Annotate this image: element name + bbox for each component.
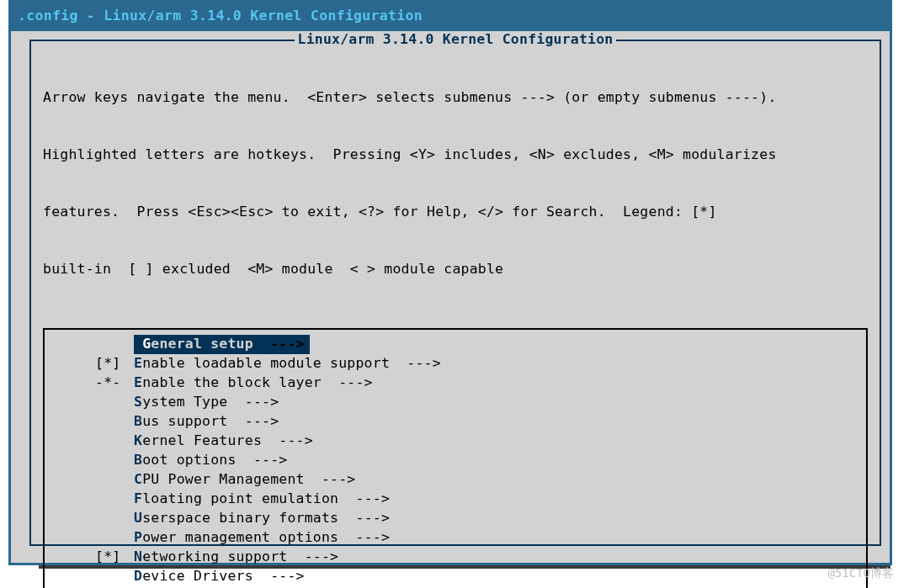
help-line: Arrow keys navigate the menu. <Enter> se…: [43, 88, 868, 108]
menu-item-mark: [95, 470, 134, 490]
menu-item-mark: [95, 567, 134, 586]
menu-item-mark: [95, 412, 134, 432]
dialog-help-text: Arrow keys navigate the menu. <Enter> se…: [31, 41, 880, 321]
watermark: @51CTO博客: [827, 565, 894, 581]
terminal-window: .config - Linux/arm 3.14.0 Kernel Config…: [8, 0, 892, 565]
menu-item-label: CPU Power Management: [134, 470, 305, 490]
menu-item-text: loating point emulation: [142, 490, 338, 506]
menu-item-label: Boot options: [134, 451, 237, 470]
submenu-arrow-icon: --->: [338, 509, 390, 528]
menu-item-text: ower management options: [142, 529, 338, 545]
submenu-arrow-icon: --->: [253, 567, 305, 586]
menu-item-text: ystem Type: [142, 394, 227, 410]
menu-item-text: etworking support: [142, 548, 287, 564]
menu-item-text: ernel Features: [142, 432, 262, 448]
menu-item-hotkey: S: [134, 394, 142, 410]
menu-item-text: serspace binary formats: [142, 510, 338, 526]
menu-item[interactable]: System Type --->: [95, 393, 866, 412]
menu-item-text: oot options: [142, 452, 236, 468]
menu-item[interactable]: CPU Power Management --->: [95, 470, 866, 490]
menu-item-mark: -*-: [95, 373, 134, 393]
submenu-arrow-icon: --->: [237, 451, 288, 470]
menu-item-hotkey: E: [134, 355, 142, 371]
menu-item-text: us support: [142, 413, 227, 429]
window-titlebar: .config - Linux/arm 3.14.0 Kernel Config…: [11, 3, 890, 31]
menu-item-text: eneral setup: [151, 336, 253, 352]
menu-item-mark: [95, 528, 134, 548]
menu-item-text: nable the block layer: [142, 374, 322, 390]
menu-item-label: Enable loadable module support: [134, 354, 390, 373]
submenu-arrow-icon: --->: [287, 548, 338, 567]
menu-item-label: Networking support: [134, 548, 287, 567]
submenu-arrow-icon: --->: [227, 393, 279, 412]
submenu-arrow-icon: --->: [253, 336, 305, 352]
menu-item-label: System Type: [134, 393, 227, 412]
menu-item-hotkey: N: [134, 548, 142, 564]
menu-item-mark: [95, 335, 134, 354]
menu-item-hotkey: U: [134, 510, 142, 526]
menu-item-mark: [95, 490, 134, 509]
menu-item-mark: [*]: [95, 354, 134, 373]
help-line: built-in [ ] excluded <M> module < > mod…: [43, 260, 868, 279]
menu-item-hotkey: D: [134, 568, 142, 584]
menu-item-text: PU Power Management: [142, 471, 305, 487]
menu-item[interactable]: -*-Enable the block layer --->: [95, 373, 866, 393]
menu-item-hotkey: B: [134, 452, 142, 468]
menu-item-mark: [95, 432, 134, 451]
submenu-arrow-icon: --->: [322, 373, 373, 393]
menu-item-hotkey: G: [142, 336, 151, 352]
menu-list: General setup --->[*]Enable loadable mod…: [45, 335, 866, 588]
menu-item-label: Floating point emulation: [134, 490, 338, 509]
menu-item[interactable]: Kernel Features --->: [95, 432, 866, 451]
menu-item[interactable]: Userspace binary formats --->: [95, 509, 866, 528]
menu-item[interactable]: Bus support --->: [95, 412, 866, 432]
submenu-arrow-icon: --->: [262, 432, 313, 451]
menu-item-text: evice Drivers: [142, 568, 253, 584]
menu-item[interactable]: [*]Networking support --->: [95, 548, 866, 567]
menu-item-mark: [95, 393, 134, 412]
submenu-arrow-icon: --->: [390, 354, 441, 373]
submenu-arrow-icon: --->: [227, 412, 279, 432]
menu-item-text: nable loadable module support: [142, 355, 390, 371]
menu-item-hotkey: K: [134, 432, 142, 448]
menu-item-label: Device Drivers: [134, 567, 253, 586]
menu-item[interactable]: Power management options --->: [95, 528, 866, 548]
menu-item-hotkey: F: [134, 490, 142, 506]
menu-item-label: Kernel Features: [134, 432, 262, 451]
submenu-arrow-icon: --->: [305, 470, 356, 490]
help-line: Highlighted letters are hotkeys. Pressin…: [43, 146, 868, 165]
window-title: .config - Linux/arm 3.14.0 Kernel Config…: [18, 8, 423, 24]
menu-item-label: Power management options: [134, 528, 338, 548]
menu-item-label: Enable the block layer: [134, 373, 322, 393]
menu-item-hotkey: P: [134, 529, 142, 545]
menu-item[interactable]: Boot options --->: [95, 451, 866, 470]
menu-item-hotkey: C: [134, 471, 142, 487]
menu-item[interactable]: Device Drivers --->: [95, 567, 866, 586]
menu-item[interactable]: Floating point emulation --->: [95, 490, 866, 509]
help-line: features. Press <Esc><Esc> to exit, <?> …: [43, 203, 868, 222]
menu-item-hotkey: E: [134, 374, 142, 390]
menu-item-label: General setup --->: [134, 335, 310, 354]
submenu-arrow-icon: --->: [338, 490, 390, 509]
menu-item-label: Bus support: [134, 412, 227, 432]
menu-item-hotkey: B: [134, 413, 142, 429]
menu-item-mark: [95, 509, 134, 528]
menu-item[interactable]: General setup --->: [95, 335, 866, 354]
menu-item-label: Userspace binary formats: [134, 509, 338, 528]
menuconfig-dialog: Linux/arm 3.14.0 Kernel Configuration Ar…: [29, 40, 881, 546]
menu-item-mark: [*]: [95, 548, 134, 567]
menu-box: General setup --->[*]Enable loadable mod…: [43, 328, 868, 588]
menu-item[interactable]: [*]Enable loadable module support --->: [95, 354, 866, 373]
menu-item-mark: [95, 451, 134, 470]
submenu-arrow-icon: --->: [338, 528, 390, 548]
